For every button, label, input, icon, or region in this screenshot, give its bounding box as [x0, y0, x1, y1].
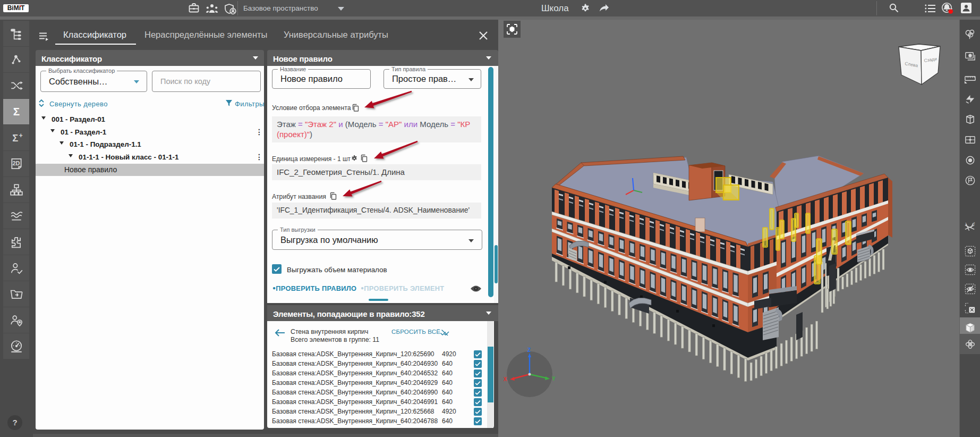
- svg-text:2: 2: [973, 221, 975, 224]
- svg-text:1: 1: [965, 222, 966, 225]
- svg-text:Z: Z: [527, 347, 531, 353]
- svg-text:Σ: Σ: [12, 132, 18, 144]
- svg-text:+: +: [19, 132, 22, 139]
- svg-text:X: X: [504, 376, 507, 382]
- svg-text:Σ: Σ: [13, 105, 19, 117]
- svg-text:Y: Y: [552, 376, 556, 382]
- svg-text:2D: 2D: [12, 160, 20, 166]
